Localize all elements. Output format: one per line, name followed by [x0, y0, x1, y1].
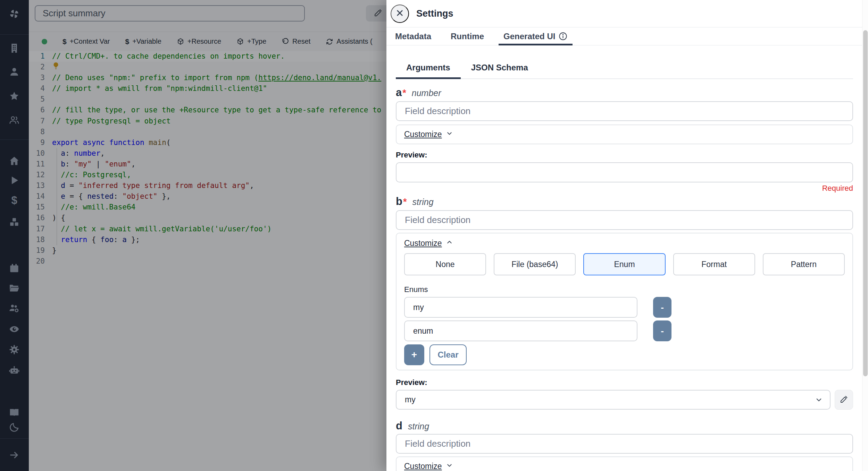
arg-name: d [396, 420, 402, 432]
arg-b-preview-select[interactable]: my [396, 390, 831, 410]
chevron-up-icon [446, 239, 453, 246]
clear-enums-button[interactable]: Clear [429, 344, 467, 365]
arg-type: string [412, 197, 433, 207]
edit-preview-button[interactable] [835, 390, 853, 410]
validation-message: Required [396, 184, 853, 193]
string-kind-enum-button[interactable]: Enum [583, 253, 665, 275]
arg-b-customize-box: Customize NoneFile (base64)EnumFormatPat… [396, 233, 853, 370]
arg-d-description-input[interactable] [396, 434, 853, 454]
remove-enum-button[interactable]: - [653, 320, 671, 341]
scrollbar-thumb[interactable] [863, 30, 868, 376]
preview-label: Preview: [396, 151, 853, 160]
enum-value-input[interactable] [404, 297, 637, 318]
arg-a-description-input[interactable] [396, 101, 853, 121]
customize-toggle[interactable]: Customize [404, 239, 453, 248]
generated-ui-tabbar: ArgumentsJSON Schema [396, 45, 853, 79]
string-kind-file-base64-button[interactable]: File (base64) [494, 253, 576, 275]
string-kind-pattern-button[interactable]: Pattern [763, 253, 845, 275]
arg-a-preview-input[interactable] [396, 162, 853, 182]
chevron-down-icon [446, 130, 453, 137]
preview-label: Preview: [396, 378, 853, 387]
arg-d-customize-box: Customize [396, 456, 853, 471]
subtab-arguments[interactable]: Arguments [396, 57, 461, 78]
pencil-icon [840, 395, 848, 404]
tab-label: Generated UI [503, 32, 555, 41]
required-asterisk: * [402, 88, 406, 99]
drawer-content: ArgumentsJSON Schema a * number Customiz… [396, 45, 853, 471]
drawer-header: Settings [386, 0, 868, 27]
customize-toggle[interactable]: Customize [404, 130, 453, 139]
modal-dim-overlay[interactable] [0, 0, 386, 471]
enum-row: - [404, 297, 845, 318]
arg-d-label: d string [396, 420, 853, 432]
add-enum-button[interactable]: + [404, 344, 424, 365]
settings-drawer: Settings MetadataRuntimeGenerated UI Arg… [386, 0, 868, 471]
tab-runtime[interactable]: Runtime [446, 27, 489, 45]
arg-a-customize-box: Customize [396, 125, 853, 144]
chevron-down-icon [815, 396, 823, 404]
arg-b-label: b * string [396, 196, 853, 207]
subtab-json-schema[interactable]: JSON Schema [461, 57, 539, 78]
drawer-title: Settings [416, 8, 453, 19]
tab-generated-ui[interactable]: Generated UI [499, 27, 573, 45]
customize-toggle[interactable]: Customize [404, 462, 453, 471]
arg-b-preview-row: my [396, 390, 853, 410]
arg-name: b [396, 196, 402, 207]
chevron-down-icon [446, 462, 453, 469]
close-button[interactable] [391, 5, 409, 23]
close-icon [395, 8, 404, 18]
arg-type: string [408, 422, 429, 431]
tab-label: Metadata [395, 32, 431, 41]
tab-label: Runtime [451, 32, 484, 41]
arg-b-description-input[interactable] [396, 210, 853, 230]
string-kind-none-button[interactable]: None [404, 253, 486, 275]
remove-enum-button[interactable]: - [653, 297, 671, 318]
string-type-options: NoneFile (base64)EnumFormatPattern [404, 253, 845, 275]
enum-row: - [404, 320, 845, 341]
close-icon [395, 8, 404, 19]
enum-actions: + Clear [404, 344, 845, 365]
string-kind-format-button[interactable]: Format [673, 253, 755, 275]
chevron-down-icon [446, 130, 453, 139]
pencil-icon [840, 395, 848, 405]
chevron-down-icon [446, 462, 453, 471]
info-icon [558, 32, 568, 41]
tab-metadata[interactable]: Metadata [390, 27, 436, 45]
enum-value-input[interactable] [404, 320, 637, 341]
chevron-up-icon [446, 239, 453, 248]
chevron-down-icon [815, 396, 823, 404]
required-asterisk: * [403, 197, 407, 207]
drawer-scrollbar[interactable] [862, 0, 868, 471]
arg-type: number [412, 88, 441, 98]
arg-name: a [396, 87, 402, 99]
enums-label: Enums [404, 285, 845, 294]
arg-a-label: a * number [396, 87, 853, 99]
settings-tabbar: MetadataRuntimeGenerated UI [386, 27, 868, 45]
